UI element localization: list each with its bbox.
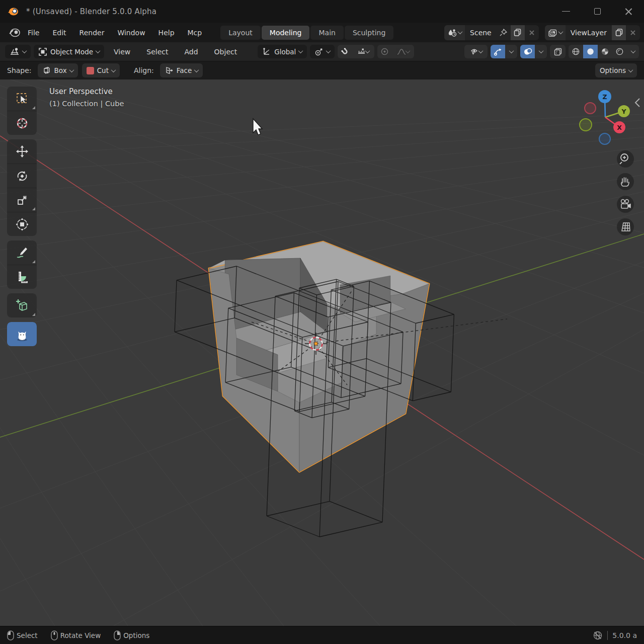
chevron-down-icon <box>405 48 410 53</box>
pivot-point-icon <box>314 47 324 56</box>
navigation-gizmo[interactable]: Z Y X <box>580 90 630 144</box>
new-scene-button[interactable] <box>511 25 525 40</box>
scene-browse-button[interactable] <box>444 25 465 40</box>
menu-add[interactable]: Add <box>178 45 204 58</box>
tool-measure[interactable] <box>7 265 37 289</box>
scene-icon <box>447 28 457 37</box>
gizmo-axis-y-positive[interactable]: Y <box>618 105 630 117</box>
new-view-layer-button[interactable] <box>612 25 626 40</box>
eye-cursor-icon <box>469 47 479 56</box>
gizmo-axis-z-negative[interactable] <box>599 133 610 144</box>
ortho-toggle-button[interactable] <box>617 218 634 235</box>
align-value: Face <box>177 66 192 74</box>
menu-render[interactable]: Render <box>73 26 111 39</box>
tool-add-cube[interactable] <box>7 293 37 317</box>
gizmo-axis-x-negative[interactable] <box>585 103 596 114</box>
maximize-button[interactable] <box>582 0 613 23</box>
blender-app-menu-icon[interactable] <box>8 27 21 38</box>
menu-object[interactable]: Object <box>208 45 244 58</box>
menu-select[interactable]: Select <box>140 45 175 58</box>
view-layer-selector: ViewLayer <box>545 25 640 40</box>
menu-file[interactable]: File <box>21 26 46 39</box>
zoom-button[interactable] <box>617 150 634 168</box>
tab-modeling[interactable]: Modeling <box>262 26 310 40</box>
tool-boxcutter[interactable] <box>7 322 37 346</box>
gizmo-axis-z-positive[interactable]: Z <box>598 90 611 103</box>
shading-solid-button[interactable] <box>583 45 598 58</box>
view-layer-name[interactable]: ViewLayer <box>566 29 612 37</box>
viewport-3d[interactable]: Z Y X <box>0 79 644 626</box>
gizmo-axis-x-positive[interactable]: X <box>613 121 625 133</box>
camera-view-button[interactable] <box>617 196 634 213</box>
menu-view[interactable]: View <box>107 45 137 58</box>
chevron-down-icon <box>558 29 563 34</box>
tool-scale[interactable] <box>7 188 37 212</box>
editor-3d-viewport-icon <box>10 47 20 56</box>
proportional-falloff-dropdown[interactable] <box>392 45 414 58</box>
shape-label: Shape: <box>7 66 32 74</box>
tool-move[interactable] <box>7 139 37 164</box>
tab-sculpting[interactable]: Sculpting <box>345 26 393 40</box>
view-layer-browse-button[interactable] <box>545 25 566 40</box>
chevron-down-icon <box>365 48 370 53</box>
object-visibility-dropdown[interactable] <box>464 45 488 58</box>
unlink-scene-button[interactable] <box>525 25 539 40</box>
proportional-edit-toggle[interactable] <box>377 45 392 58</box>
tool-cursor[interactable] <box>7 111 37 135</box>
chevron-down-icon <box>630 48 635 53</box>
select-box-icon <box>15 91 30 106</box>
network-offline-icon[interactable] <box>593 630 603 640</box>
scene-name[interactable]: Scene <box>465 29 497 37</box>
gizmo-dropdown[interactable] <box>505 45 517 58</box>
tool-annotate[interactable] <box>7 240 37 265</box>
tool-select-box[interactable] <box>7 87 37 111</box>
chevron-down-icon <box>478 48 484 53</box>
tab-main[interactable]: Main <box>310 26 343 40</box>
transform-icon <box>15 217 30 232</box>
menu-help[interactable]: Help <box>152 26 181 39</box>
overlays-dropdown[interactable] <box>535 45 547 58</box>
mode-dropdown[interactable]: Object Mode <box>34 45 104 58</box>
shape-dropdown[interactable]: Box <box>38 63 78 77</box>
close-button[interactable] <box>613 0 644 23</box>
remove-view-layer-button[interactable] <box>626 25 640 40</box>
xray-icon <box>553 47 562 56</box>
shading-rendered-button[interactable] <box>612 45 627 58</box>
align-dropdown[interactable]: Face <box>160 63 203 77</box>
tool-rotate[interactable] <box>7 164 37 188</box>
xray-group <box>550 45 566 58</box>
mouse-left-button-icon <box>7 630 14 640</box>
chevron-down-icon <box>509 48 514 53</box>
snap-toggle-button[interactable] <box>338 45 352 58</box>
magnet-icon <box>341 47 349 56</box>
snap-target-dropdown[interactable] <box>352 45 374 58</box>
rotate-icon <box>15 169 30 184</box>
minimize-button[interactable] <box>550 0 582 23</box>
chevron-down-icon <box>458 29 463 34</box>
menu-mcp[interactable]: Mcp <box>181 26 209 39</box>
editor-type-button[interactable] <box>5 45 31 58</box>
xray-toggle[interactable] <box>550 45 566 58</box>
options-dropdown[interactable]: Options <box>595 63 637 77</box>
pivot-point-dropdown[interactable] <box>310 45 335 58</box>
menu-edit[interactable]: Edit <box>46 26 72 39</box>
sidebar-toggle-chevron-icon[interactable] <box>635 99 639 107</box>
pin-scene-button[interactable] <box>497 25 511 40</box>
operation-value: Cut <box>97 66 109 74</box>
menu-window[interactable]: Window <box>111 26 151 39</box>
gizmo-axis-y-negative[interactable] <box>580 119 592 131</box>
proportional-circle-icon <box>380 47 389 56</box>
shading-material-button[interactable] <box>598 45 612 58</box>
overlays-icon <box>523 47 532 56</box>
shading-wireframe-button[interactable] <box>569 45 583 58</box>
show-gizmo-toggle[interactable] <box>491 45 505 58</box>
tool-transform[interactable] <box>7 212 37 236</box>
tab-layout[interactable]: Layout <box>220 26 261 40</box>
transform-orientation-dropdown[interactable]: Global <box>258 45 307 58</box>
cube-object[interactable] <box>209 242 429 472</box>
operation-dropdown[interactable]: Cut <box>82 63 120 77</box>
pan-button[interactable] <box>617 173 634 190</box>
show-overlays-toggle[interactable] <box>520 45 535 58</box>
viewport-overlay-text: User Perspective (1) Collection | Cube <box>49 87 124 108</box>
shading-dropdown[interactable] <box>627 45 639 58</box>
